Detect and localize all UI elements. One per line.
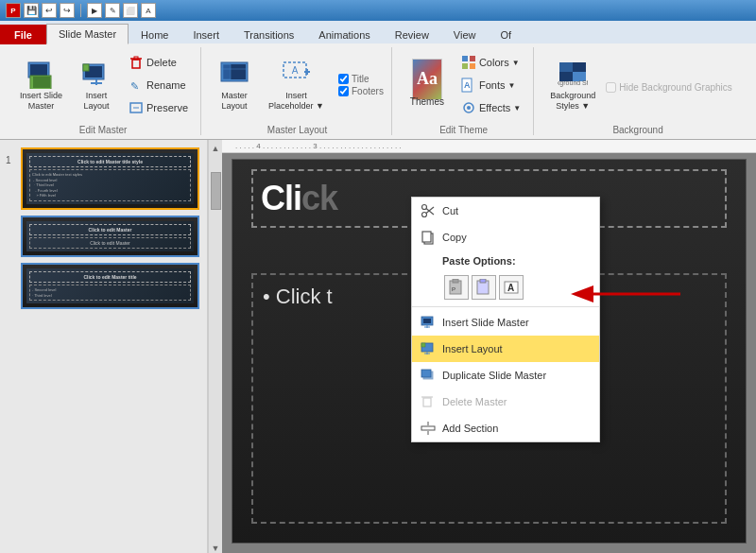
themes-button[interactable]: Aa Themes [402, 61, 453, 110]
ctx-delete-master: Delete Master [412, 389, 599, 415]
svg-rect-47 [480, 279, 486, 283]
slide-master-icon [420, 314, 437, 331]
insert-slide-master-button[interactable]: Insert SlideMaster [13, 56, 69, 114]
hide-bg-row: Hide Background Graphics [606, 82, 732, 93]
slide-1-thumb[interactable]: Click to edit Master title style Click t… [21, 147, 199, 210]
duplicate-icon [420, 367, 437, 384]
main-slide-title-rest: ck [301, 179, 337, 217]
tab-slide-master[interactable]: Slide Master [46, 24, 129, 44]
ctx-insert-slide-master[interactable]: Insert Slide Master [412, 309, 599, 336]
tab-insert[interactable]: Insert [180, 25, 232, 44]
svg-rect-8 [83, 64, 89, 71]
slide-2-thumb[interactable]: Click to edit Master Click to edit Maste… [21, 216, 199, 257]
redo-icon[interactable]: ↪ [60, 3, 75, 18]
svg-rect-25 [462, 56, 468, 61]
save-icon[interactable]: 💾 [24, 3, 39, 18]
toolbar-icon-4[interactable]: A [141, 3, 156, 18]
svg-rect-28 [470, 63, 475, 69]
effects-button[interactable]: Effects ▼ [456, 97, 525, 118]
group-master-layout: MasterLayout A InsertPlaceholder ▼ Title [203, 47, 392, 135]
svg-rect-42 [422, 232, 431, 242]
fonts-button[interactable]: A Fonts ▼ [456, 75, 525, 95]
ctx-insert-layout[interactable]: Insert Layout [412, 336, 599, 362]
colors-button[interactable]: Colors ▼ [456, 52, 525, 73]
delete-label: Delete [146, 57, 177, 68]
slide-1-body: Click to edit Master text styles - Secon… [29, 169, 191, 201]
tab-transitions[interactable]: Transitions [232, 25, 306, 44]
colors-icon [461, 55, 476, 70]
group-edit-master: Insert SlideMaster InsertLayout [6, 47, 201, 135]
group-background: Background Styles BackgroundStyles ▼ Hid… [536, 47, 740, 135]
background-content: Background Styles BackgroundStyles ▼ Hid… [543, 47, 732, 123]
ctx-duplicate-slide-master[interactable]: Duplicate Slide Master [412, 362, 599, 389]
main-slide-view: . . . . . 4 . . . . . . . . . . . . 3 . … [222, 140, 756, 553]
svg-rect-60 [423, 398, 431, 406]
insert-layout-button[interactable]: InsertLayout [73, 56, 120, 114]
background-group-label: Background [612, 125, 662, 135]
rename-button[interactable]: ✎ Rename [124, 75, 193, 95]
scroll-down-arrow[interactable]: ▼ [212, 544, 220, 553]
main-slide-title-text: Cli [261, 179, 301, 217]
insert-slide-master-label: Insert SlideMaster [20, 91, 62, 112]
slide-1-title: Click to edit Master title style [29, 156, 191, 167]
slide-panel-scrollbar[interactable]: ▲ ▼ [208, 140, 222, 553]
context-menu: Cut Copy Paste Options: P [411, 197, 600, 442]
toolbar-icon-3[interactable]: ⬜ [123, 3, 138, 18]
ctx-cut[interactable]: Cut [412, 198, 599, 224]
fonts-icon: A [461, 78, 476, 93]
slide-3-thumb[interactable]: Click to edit Master title - Second leve… [21, 263, 199, 309]
scroll-up-arrow[interactable]: ▲ [212, 144, 220, 153]
title-checkbox[interactable] [338, 74, 349, 84]
tab-of[interactable]: Of [489, 25, 524, 44]
effects-icon [461, 100, 476, 115]
svg-rect-26 [470, 56, 475, 61]
ctx-copy[interactable]: Copy [412, 224, 599, 251]
ctx-paste-options-row: Paste Options: P A [412, 251, 599, 304]
svg-rect-59 [421, 370, 431, 377]
master-layout-button[interactable]: MasterLayout [211, 56, 258, 114]
tab-animations[interactable]: Animations [306, 25, 382, 44]
svg-point-32 [467, 106, 471, 110]
edit-master-group-label: Edit Master [79, 125, 128, 135]
ctx-insert-layout-label: Insert Layout [442, 343, 503, 354]
svg-rect-62 [421, 426, 435, 430]
background-styles-button[interactable]: Background Styles BackgroundStyles ▼ [543, 56, 602, 114]
svg-line-39 [426, 207, 434, 214]
scroll-thumb[interactable] [211, 172, 221, 210]
hide-bg-checkbox[interactable] [606, 82, 616, 93]
tab-home[interactable]: Home [129, 25, 180, 44]
slide-panel-wrapper: 1 Click to edit Master title style Click… [0, 140, 222, 553]
svg-text:A: A [291, 65, 298, 76]
ctx-cut-label: Cut [442, 205, 458, 216]
slide-1-number: 1 [6, 155, 11, 165]
copy-icon [420, 229, 437, 246]
ctx-add-section[interactable]: Add Section [412, 415, 599, 441]
ctx-duplicate-label: Duplicate Slide Master [442, 370, 546, 381]
footers-checkbox[interactable] [338, 86, 349, 96]
svg-rect-51 [423, 319, 431, 323]
paste-icon-2[interactable] [472, 275, 496, 300]
insert-placeholder-button[interactable]: A InsertPlaceholder ▼ [262, 56, 331, 114]
tab-review[interactable]: Review [383, 25, 441, 44]
svg-rect-19 [223, 64, 231, 79]
paste-icon-1[interactable]: P [444, 275, 469, 300]
toolbar-icon-1[interactable]: ▶ [87, 3, 102, 18]
rename-label: Rename [146, 79, 186, 91]
preserve-button[interactable]: Preserve [124, 97, 193, 118]
slide-1-container: 1 Click to edit Master title style Click… [21, 147, 199, 210]
delete-button[interactable]: Delete [124, 52, 193, 73]
toolbar-icon-2[interactable]: ✎ [105, 3, 120, 18]
ctx-add-section-label: Add Section [442, 423, 498, 434]
tab-view[interactable]: View [441, 25, 489, 44]
ppt-icon: P [6, 3, 21, 18]
themes-label: Themes [410, 96, 444, 107]
content-area: 1 Click to edit Master title style Click… [0, 140, 756, 553]
slide-3-body: - Second level · Third level [29, 285, 191, 301]
undo-icon[interactable]: ↩ [42, 3, 57, 18]
paste-icon-3[interactable]: A [499, 275, 524, 300]
slide-panel: 1 Click to edit Master title style Click… [0, 140, 208, 553]
tab-file[interactable]: File [0, 25, 46, 44]
svg-point-38 [422, 205, 427, 210]
edit-master-small-buttons: Delete ✎ Rename Preserve [124, 52, 193, 118]
svg-text:A: A [464, 80, 471, 90]
